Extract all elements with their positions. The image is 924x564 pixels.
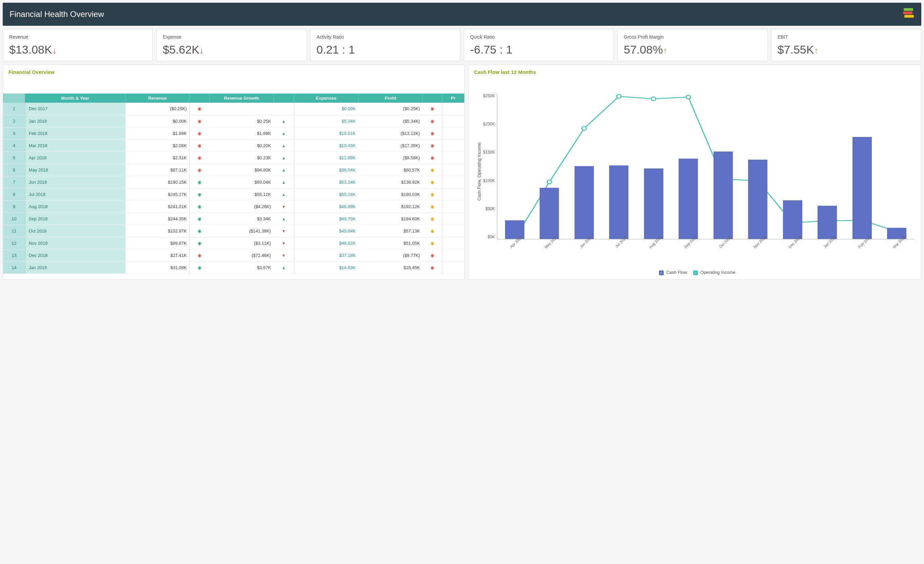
row-revenue: $27.41K (125, 249, 190, 261)
row-overflow-cell (442, 139, 464, 152)
revenue-indicator-icon: ◉ (190, 164, 210, 176)
row-growth: $0.23K (210, 152, 274, 164)
page-header: Financial Health Overview (3, 3, 921, 26)
growth-direction-icon: ▲ (273, 164, 294, 176)
chart-bar[interactable] (852, 137, 872, 239)
row-overflow-cell (442, 237, 464, 249)
legend-swatch-operating-income: ✓ (693, 270, 698, 275)
kpi-card[interactable]: Gross Proft Margin57.08%↑ (617, 29, 767, 62)
kpi-value: 57.08%↑ (624, 43, 761, 56)
row-month: Jan 2018 (25, 115, 125, 127)
growth-direction-icon: ▲ (273, 261, 294, 273)
row-number: 8 (3, 188, 25, 200)
revenue-indicator-icon: ◉ (190, 176, 210, 188)
row-overflow-cell (442, 249, 464, 261)
chart-bar[interactable] (609, 165, 628, 239)
chart-line-point[interactable] (686, 95, 691, 99)
chart-line-point[interactable] (582, 126, 587, 130)
table-row[interactable]: 8Jul 2018$245.27K◉$55.12K▲$55.24K$190.03… (3, 188, 464, 200)
row-month: Dec 2018 (25, 249, 125, 261)
row-expenses: $45.84K (294, 225, 358, 237)
table-header-cell[interactable] (423, 93, 442, 103)
row-growth: $3.67K (210, 261, 274, 273)
chart-bar[interactable] (679, 159, 698, 239)
row-expenses: $14.63K (294, 261, 358, 273)
row-profit: $194.60K (358, 213, 423, 225)
table-header-cell[interactable]: Pr (442, 93, 464, 103)
table-row[interactable]: 4Mar 2018$2.08K◉$0.20K▲$19.43K($17.35K)◉ (3, 139, 464, 152)
table-row[interactable]: 9Aug 2018$241.01K◉($4.26K)▼$48.89K$192.1… (3, 200, 464, 213)
row-profit: $60.57K (358, 164, 423, 176)
row-month: Oct 2018 (25, 225, 125, 237)
growth-direction-icon: ▲ (273, 127, 294, 139)
table-row[interactable]: 5Apr 2018$2.31K◉$0.23K▲$11.89K($9.58K)◉ (3, 152, 464, 164)
table-row[interactable]: 10Sep 2018$244.35K◉$3.34K▲$49.75K$194.60… (3, 213, 464, 225)
chart-bar[interactable] (644, 168, 663, 239)
profit-indicator-icon: ◉ (423, 164, 442, 176)
table-row[interactable]: 12Nov 2018$99.87K◉($3.11K)▼$48.82K$51.05… (3, 237, 464, 249)
y-axis-tick: $0K (488, 234, 495, 239)
profit-indicator-icon: ◉ (423, 176, 442, 188)
row-month: Jul 2018 (25, 188, 125, 200)
row-month: Sep 2018 (25, 213, 125, 225)
table-row[interactable]: 1Dec 2017($0.25K)◉$0.00K($0.25K)◉ (3, 103, 464, 115)
financial-overview-table-wrap: Month & YearRevenueRevenue GrowthExpense… (3, 93, 464, 279)
row-profit: $136.92K (358, 176, 423, 188)
table-row[interactable]: 11Oct 2018$102.97K◉($141.38K)▼$45.84K$57… (3, 225, 464, 237)
table-row[interactable]: 13Dec 2018$27.41K◉($72.46K)▼$37.18K($9.7… (3, 249, 464, 261)
table-header-cell[interactable]: Revenue (125, 93, 190, 103)
table-row[interactable]: 3Feb 2018$1.89K◉$1.89K▲$15.01K($13.12K)◉ (3, 127, 464, 139)
row-growth: ($3.11K) (210, 237, 274, 249)
table-row[interactable]: 2Jan 2018$0.00K◉$0.25K▲$5.34K($5.34K)◉ (3, 115, 464, 127)
profit-indicator-icon: ◉ (423, 200, 442, 213)
table-header-cell[interactable] (190, 93, 210, 103)
chart-bar[interactable] (783, 200, 802, 239)
chart-line (514, 97, 897, 239)
panels-row: Financial Overview Month & YearRevenueRe… (3, 65, 921, 280)
chart-line-point[interactable] (547, 180, 552, 184)
revenue-indicator-icon: ◉ (190, 188, 210, 200)
revenue-indicator-icon: ◉ (190, 249, 210, 261)
row-growth: $3.34K (210, 213, 274, 225)
y-axis-tick: $200K (483, 122, 495, 126)
row-number: 6 (3, 164, 25, 176)
row-profit: $190.03K (358, 188, 423, 200)
kpi-card[interactable]: Activity Ratio0.21 : 1 (310, 29, 460, 62)
chart-bar[interactable] (540, 188, 559, 239)
financial-overview-title: Financial Overview (3, 65, 464, 93)
table-header-cell[interactable] (3, 93, 25, 103)
chart-bar[interactable] (714, 152, 733, 239)
table-header-cell[interactable]: Month & Year (25, 93, 125, 103)
row-growth: ($141.38K) (210, 225, 274, 237)
chart-bar[interactable] (574, 166, 594, 239)
row-overflow-cell (442, 164, 464, 176)
chart-bar[interactable] (748, 160, 767, 239)
table-row[interactable]: 6May 2018$97.11K◉$94.80K▲$36.54K$60.57K◉ (3, 164, 464, 176)
row-expenses: $36.54K (294, 164, 358, 176)
kpi-card[interactable]: EBIT$7.55K↑ (771, 29, 921, 62)
kpi-card[interactable]: Quick Ratio-6.75 : 1 (464, 29, 614, 62)
cash-flow-panel: Cash Flow last 12 Months Cash Flow, Oper… (468, 65, 921, 280)
row-expenses: $11.89K (294, 152, 358, 164)
table-header-cell[interactable]: Revenue Growth (210, 93, 274, 103)
kpi-label: Activity Ratio (316, 34, 454, 40)
profit-indicator-icon: ◉ (423, 115, 442, 127)
kpi-label: EBIT (778, 34, 915, 40)
growth-direction-icon: ▲ (273, 115, 294, 127)
chart-line-point[interactable] (616, 94, 621, 98)
row-number: 1 (3, 103, 25, 115)
row-month: Feb 2018 (25, 127, 125, 139)
chart-line-point[interactable] (651, 97, 656, 100)
kpi-card[interactable]: Revenue$13.08K↓ (3, 29, 153, 62)
row-profit: ($5.34K) (358, 115, 423, 127)
table-header-cell[interactable]: Profit (358, 93, 423, 103)
kpi-card[interactable]: Expense$5.62K↓ (156, 29, 306, 62)
table-header-cell[interactable]: Expenses (294, 93, 358, 103)
kpi-label: Expense (163, 34, 300, 40)
table-row[interactable]: 14Jan 2019$31.08K◉$3.67K▲$14.63K$16.45K◉ (3, 261, 464, 273)
table-row[interactable]: 7Jun 2018$190.15K◉$93.04K▲$53.24K$136.92… (3, 176, 464, 188)
row-growth (210, 103, 274, 115)
revenue-indicator-icon: ◉ (190, 213, 210, 225)
row-profit: $16.45K (358, 261, 423, 273)
table-header-cell[interactable] (273, 93, 294, 103)
